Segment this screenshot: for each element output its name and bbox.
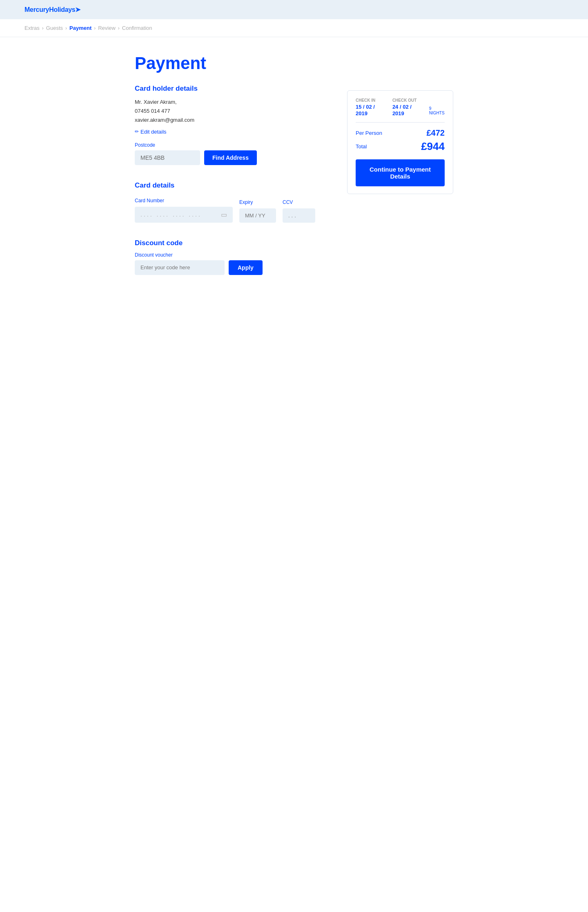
- checkout-label: CHECK OUT: [392, 98, 419, 103]
- expiry-label: Expiry: [239, 199, 276, 205]
- card-number-dots: .... .... .... ....: [140, 211, 221, 218]
- left-column: Payment Card holder details Mr. Xavier A…: [135, 54, 331, 291]
- per-person-label: Per Person: [356, 130, 382, 136]
- postcode-group: Postcode Find Address: [135, 142, 331, 165]
- right-column: CHECK IN 15 / 02 / 2019 CHECK OUT 24 / 0…: [347, 54, 453, 291]
- card-details-section-title: Card details: [135, 181, 331, 190]
- nights-badge: 9 NIGHTS: [429, 106, 445, 115]
- breadcrumb-guests[interactable]: Guests: [46, 25, 63, 31]
- total-price: £944: [421, 140, 445, 153]
- edit-details-link[interactable]: ✏ Edit details: [135, 129, 167, 135]
- breadcrumb-sep-2: ›: [65, 25, 67, 31]
- expiry-group: Expiry: [239, 199, 276, 223]
- breadcrumb-sep-3: ›: [94, 25, 96, 31]
- discount-section: Discount code Discount voucher Apply: [135, 239, 331, 275]
- main-content: Payment Card holder details Mr. Xavier A…: [110, 37, 478, 308]
- ccv-input[interactable]: [283, 208, 315, 223]
- cardholder-name: Mr. Xavier Akram,: [135, 98, 331, 107]
- summary-divider: [356, 122, 445, 123]
- dates-row: CHECK IN 15 / 02 / 2019 CHECK OUT 24 / 0…: [356, 98, 445, 116]
- checkin-group: CHECK IN 15 / 02 / 2019: [356, 98, 383, 116]
- checkin-date: 15 / 02 / 2019: [356, 104, 375, 116]
- card-fields-row: Card Number .... .... .... .... ▭ Expiry…: [135, 198, 331, 223]
- logo[interactable]: MercuryHolidays➤: [24, 6, 80, 13]
- continue-to-payment-button[interactable]: Continue to Payment Details: [356, 159, 445, 186]
- checkin-label: CHECK IN: [356, 98, 383, 103]
- page-title: Payment: [135, 54, 331, 73]
- card-number-label: Card Number: [135, 198, 233, 203]
- per-person-row: Per Person £472: [356, 128, 445, 138]
- find-address-button[interactable]: Find Address: [204, 150, 257, 165]
- card-details-section: Card details Card Number .... .... .... …: [135, 181, 331, 223]
- logo-text: MercuryHolidays: [24, 6, 75, 13]
- breadcrumb-confirmation: Confirmation: [122, 25, 152, 31]
- cardholder-info: Mr. Xavier Akram, 07455 014 477 xavier.a…: [135, 98, 331, 125]
- expiry-input[interactable]: [239, 208, 276, 223]
- postcode-input[interactable]: [135, 150, 200, 165]
- total-label: Total: [356, 143, 367, 150]
- site-header: MercuryHolidays➤: [0, 0, 588, 19]
- breadcrumb-sep-4: ›: [118, 25, 120, 31]
- pencil-icon: ✏: [135, 129, 139, 134]
- logo-arrow: ➤: [75, 6, 80, 13]
- breadcrumb-review[interactable]: Review: [98, 25, 116, 31]
- credit-card-icon: ▭: [221, 211, 227, 219]
- discount-section-title: Discount code: [135, 239, 331, 247]
- cardholder-email: xavier.akram@gmail.com: [135, 116, 331, 125]
- cardholder-section: Card holder details Mr. Xavier Akram, 07…: [135, 85, 331, 165]
- cardholder-phone: 07455 014 477: [135, 107, 331, 116]
- booking-summary: CHECK IN 15 / 02 / 2019 CHECK OUT 24 / 0…: [347, 90, 453, 194]
- discount-code-input[interactable]: [135, 260, 225, 275]
- card-number-input-wrapper[interactable]: .... .... .... .... ▭: [135, 207, 233, 223]
- breadcrumb-sep-1: ›: [42, 25, 44, 31]
- checkout-group: CHECK OUT 24 / 02 / 2019: [392, 98, 419, 116]
- breadcrumb-payment[interactable]: Payment: [69, 25, 91, 31]
- apply-discount-button[interactable]: Apply: [229, 260, 263, 275]
- postcode-row: Find Address: [135, 150, 331, 165]
- edit-details-label: Edit details: [140, 129, 167, 135]
- discount-row: Apply: [135, 260, 331, 275]
- card-number-group: Card Number .... .... .... .... ▭: [135, 198, 233, 223]
- ccv-group: CCV: [283, 199, 315, 223]
- breadcrumb: Extras › Guests › Payment › Review › Con…: [0, 19, 588, 37]
- per-person-price: £472: [427, 128, 445, 138]
- checkout-date: 24 / 02 / 2019: [392, 104, 412, 116]
- ccv-label: CCV: [283, 199, 315, 205]
- postcode-label: Postcode: [135, 142, 331, 148]
- breadcrumb-extras[interactable]: Extras: [24, 25, 40, 31]
- total-row: Total £944: [356, 140, 445, 153]
- discount-voucher-label: Discount voucher: [135, 252, 331, 258]
- cardholder-section-title: Card holder details: [135, 85, 331, 93]
